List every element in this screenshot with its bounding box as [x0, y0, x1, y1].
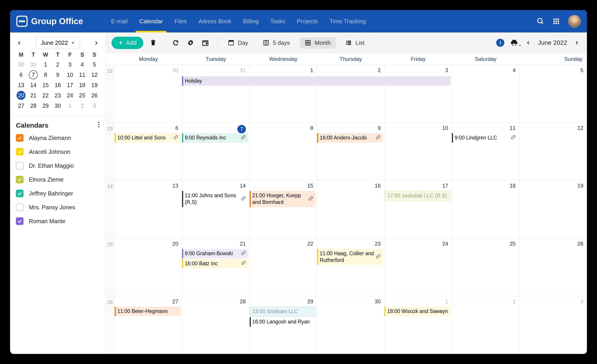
calendar-checkbox[interactable]	[16, 217, 24, 225]
day-cell[interactable]: 5	[519, 65, 587, 123]
day-cell[interactable]: 2913:00 Smitham LLC16:00 Langosh and Rya…	[250, 296, 317, 354]
day-cell[interactable]: 119:00 Lindgren LLC	[452, 123, 519, 180]
calendar-checkbox[interactable]	[16, 190, 24, 197]
calendar-event[interactable]: 16:00 Anders-Jacobi	[317, 133, 383, 143]
day-cell[interactable]: 25	[452, 238, 519, 296]
calendar-event[interactable]: 17:00 Jaskolski LLC (R,S)	[385, 191, 450, 201]
nav-files[interactable]: Files	[174, 10, 187, 32]
calendar-event[interactable]: 11:00 Beier-Hegmann	[115, 307, 181, 316]
mini-cal-day[interactable]: 17	[64, 80, 76, 90]
mini-cal-day[interactable]: 20	[15, 90, 27, 101]
day-cell[interactable]: 19	[519, 180, 587, 238]
mini-cal-day[interactable]: 26	[88, 90, 101, 101]
day-cell[interactable]: 2311:00 Haag, Collier and Rutherford	[317, 238, 385, 296]
mini-cal-day[interactable]: 3	[64, 59, 76, 70]
add-button[interactable]: Add	[111, 37, 143, 49]
mini-cal-day[interactable]: 10	[64, 70, 76, 80]
mini-cal-day[interactable]: 14	[27, 80, 40, 90]
calendar-event[interactable]: 9:00 Reynolds Inc	[182, 133, 248, 143]
day-cell[interactable]: 3	[519, 296, 587, 354]
view-month[interactable]: Month	[300, 37, 336, 49]
calendar-item[interactable]: Elnora Zieme	[16, 176, 100, 183]
month-next[interactable]	[572, 38, 581, 47]
day-cell[interactable]: 20	[115, 238, 182, 296]
day-cell[interactable]: 8	[250, 123, 317, 180]
info-icon[interactable]: i	[496, 39, 504, 47]
day-cell[interactable]: 1411:00 Johns and Sons (R,S)	[182, 180, 250, 238]
nav-projects[interactable]: Projects	[297, 10, 318, 32]
mini-cal-day[interactable]: 15	[39, 80, 52, 90]
refresh-icon[interactable]	[171, 38, 181, 48]
calendar-item[interactable]: Dr. Ethan Maggio	[16, 162, 100, 170]
mini-cal-day[interactable]: 5	[88, 59, 101, 70]
app-logo[interactable]: Group Office	[16, 16, 83, 27]
calendar-item[interactable]: Roman Mante	[16, 217, 100, 225]
mini-cal-day[interactable]: 31	[27, 59, 40, 70]
calendar-item[interactable]: Alayna Ziemann	[16, 134, 100, 142]
day-cell[interactable]: 16	[317, 180, 385, 238]
view-list[interactable]: List	[341, 37, 369, 49]
mini-cal-day[interactable]: 13	[15, 80, 27, 90]
mini-cal-day[interactable]: 2	[52, 59, 64, 70]
view-day[interactable]: Day	[223, 37, 253, 49]
day-cell[interactable]: 1	[250, 65, 317, 123]
day-cell[interactable]: 24	[385, 238, 452, 296]
calendar-checkbox[interactable]	[16, 203, 24, 211]
day-cell[interactable]: 26	[519, 238, 587, 296]
mini-cal-day[interactable]: 12	[88, 70, 101, 80]
mini-cal-day[interactable]: 30	[15, 59, 27, 70]
day-cell[interactable]: 79:00 Reynolds Inc	[182, 123, 250, 180]
calendar-event[interactable]: 18:00 Wisozk and Sawayn	[385, 307, 450, 316]
day-cell[interactable]: 10	[385, 123, 452, 180]
calendars-menu-icon[interactable]	[98, 121, 100, 129]
calendar-event[interactable]: 13:00 Smitham LLC	[250, 307, 315, 317]
delete-icon[interactable]	[148, 38, 158, 48]
day-cell[interactable]: 1521:00 Hoeger, Koepp and Bernhard	[250, 180, 317, 238]
view-5days[interactable]: 5 days	[258, 37, 295, 49]
calendar-item[interactable]: Mrs. Pansy Jones	[16, 203, 100, 211]
day-cell[interactable]: 2711:00 Beier-Hegmann	[115, 296, 182, 354]
day-cell[interactable]: 30	[317, 296, 385, 354]
day-cell[interactable]: 610:00 Littel and Sons	[115, 123, 182, 180]
mini-cal-day[interactable]: 29	[39, 101, 52, 111]
calendar-event[interactable]: 9:00 Graham-Bowski	[182, 249, 248, 258]
mini-cal-day[interactable]: 30	[52, 101, 64, 111]
calendar-event[interactable]: 16:00 Batz Inc	[182, 259, 248, 268]
calendar-item[interactable]: Araceli Johnson	[16, 148, 100, 155]
calendar-checkbox[interactable]	[16, 134, 24, 142]
nav-email[interactable]: E-mail	[111, 10, 128, 32]
search-icon[interactable]	[537, 17, 544, 25]
calendar-event[interactable]: 11:00 Haag, Collier and Rutherford	[317, 249, 383, 265]
mini-cal-month-select[interactable]: June 2022	[36, 37, 80, 49]
apps-grid-icon[interactable]	[553, 18, 560, 25]
day-cell[interactable]: 118:00 Wisozk and Sawayn	[385, 296, 452, 354]
day-cell[interactable]: 18	[452, 180, 519, 238]
mini-cal-day[interactable]: 8	[39, 70, 52, 80]
day-cell[interactable]: 916:00 Anders-Jacobi	[317, 123, 385, 180]
calendar-checkbox[interactable]	[16, 176, 24, 183]
calendar-event[interactable]: 10:00 Littel and Sons	[115, 133, 181, 143]
calendar-checkbox[interactable]	[16, 162, 24, 170]
calendar-event[interactable]: 9:00 Lindgren LLC	[452, 133, 518, 143]
calendar-event[interactable]: 11:00 Johns and Sons (R,S)	[182, 191, 248, 207]
mini-cal-day[interactable]: 25	[76, 90, 88, 101]
mini-cal-day[interactable]: 19	[88, 80, 101, 90]
mini-cal-next[interactable]	[92, 39, 101, 47]
nav-tasks[interactable]: Tasks	[270, 10, 285, 32]
calendar-item[interactable]: Jeffrey Bahringer	[16, 190, 100, 197]
mini-cal-day[interactable]: 6	[15, 70, 27, 80]
day-cell[interactable]: 31	[182, 65, 250, 123]
mini-cal-day[interactable]: 16	[52, 80, 64, 90]
calendar-checkbox[interactable]	[16, 148, 24, 155]
mini-cal-day[interactable]: 23	[52, 90, 64, 101]
mini-cal-day[interactable]: 22	[39, 90, 52, 101]
day-cell[interactable]: 13	[115, 180, 182, 238]
mini-cal-day[interactable]: 11	[76, 70, 88, 80]
nav-calendar[interactable]: Calendar	[139, 10, 163, 32]
nav-time-tracking[interactable]: Time Tracking	[330, 10, 366, 32]
day-cell[interactable]: 12	[519, 123, 587, 180]
calendar-event[interactable]: 16:00 Langosh and Ryan	[250, 317, 315, 327]
mini-cal-day[interactable]: 24	[64, 90, 76, 101]
day-cell[interactable]: 22	[250, 238, 317, 296]
mini-cal-day[interactable]: 28	[27, 101, 40, 111]
